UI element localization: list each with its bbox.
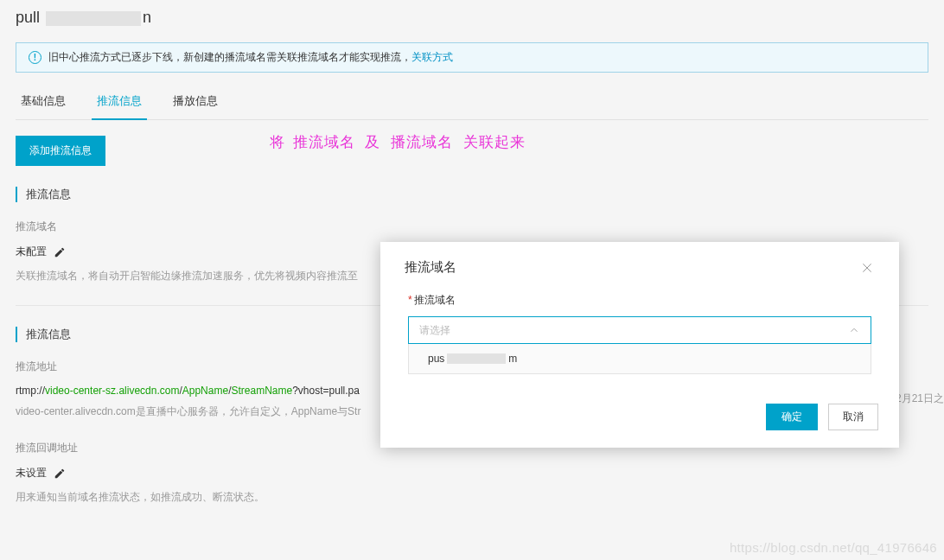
tabs: 基础信息 推流信息 播放信息 xyxy=(16,85,928,120)
section-header-1: 推流信息 xyxy=(16,187,928,202)
notice-link[interactable]: 关联方式 xyxy=(411,51,453,63)
modal-title: 推流域名 xyxy=(405,259,456,276)
page-title: pull n xyxy=(16,9,928,27)
chevron-up-icon xyxy=(848,324,860,336)
modal-push-domain: 推流域名 *推流域名 请选择 pusm xyxy=(380,242,899,448)
annotation-text: 将 推流域名 及 播流域名 关联起来 xyxy=(270,132,528,152)
modal-close-button[interactable] xyxy=(859,260,875,276)
field-label-push-domain: 推流域名 xyxy=(16,220,928,234)
url-host: video-center-sz.alivecdn.com xyxy=(45,385,179,397)
add-push-button[interactable]: 添加推流信息 xyxy=(16,136,105,166)
edit-push-domain-icon[interactable] xyxy=(54,246,66,258)
notice-msg: 旧中心推流方式已逐步下线，新创建的播流域名需关联推流域名才能实现推流， xyxy=(48,51,411,63)
url-protocol: rtmp:// xyxy=(16,385,45,397)
title-prefix: pull xyxy=(16,9,40,26)
notice-bar: ! 旧中心推流方式已逐步下线，新创建的播流域名需关联推流域名才能实现推流，关联方… xyxy=(16,42,928,73)
field-value-callback: 未设置 xyxy=(16,466,928,480)
modal-cancel-button[interactable]: 取消 xyxy=(828,404,878,430)
select-dropdown: pusm xyxy=(408,344,871,374)
tab-play-info[interactable]: 播放信息 xyxy=(173,85,218,119)
url-appname: AppName xyxy=(182,385,228,397)
modal-ok-button[interactable]: 确定 xyxy=(766,404,818,430)
title-suffix: n xyxy=(143,9,151,26)
info-icon: ! xyxy=(29,51,41,64)
push-domain-value: 未配置 xyxy=(16,245,47,259)
tab-basic-info[interactable]: 基础信息 xyxy=(21,85,66,119)
tab-push-info[interactable]: 推流信息 xyxy=(97,85,142,119)
option-prefix: pus xyxy=(428,353,444,365)
edit-callback-icon[interactable] xyxy=(54,468,66,480)
modal-field-label: *推流域名 xyxy=(408,293,871,308)
option-masked xyxy=(447,353,506,364)
select-placeholder: 请选择 xyxy=(419,323,450,338)
notice-text: 旧中心推流方式已逐步下线，新创建的播流域名需关联推流域名才能实现推流，关联方式 xyxy=(48,50,453,65)
option-suffix: m xyxy=(508,353,517,365)
push-domain-select[interactable]: 请选择 xyxy=(408,316,871,344)
watermark: https://blog.csdn.net/qq_41976646 xyxy=(730,540,937,555)
modal-label-text: 推流域名 xyxy=(414,294,456,306)
callback-desc: 用来通知当前域名推流状态，如推流成功、断流状态。 xyxy=(16,489,928,506)
dropdown-option[interactable]: pusm xyxy=(409,344,871,373)
title-masked xyxy=(46,11,141,26)
callback-value: 未设置 xyxy=(16,466,47,480)
url-streamname: StreamName xyxy=(231,385,292,397)
url-query: ?vhost=pull.pa xyxy=(292,385,360,397)
